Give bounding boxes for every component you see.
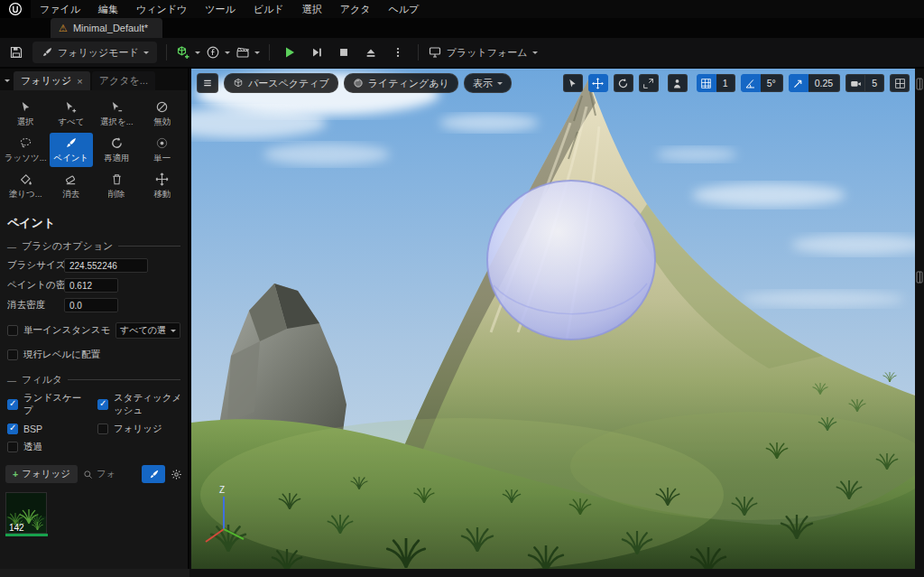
filter-translucent-checkbox[interactable] [7, 442, 18, 452]
menu-window[interactable]: ウィンドウ [127, 0, 196, 18]
play-button[interactable] [279, 42, 300, 63]
tool-label: ラッソツ... [5, 153, 47, 164]
blueprints-button[interactable] [206, 42, 230, 63]
tool-deselect[interactable]: 選択を... [95, 97, 139, 131]
menu-edit[interactable]: 編集 [89, 0, 127, 18]
unreal-logo-button[interactable] [0, 0, 31, 18]
pilot-actor-button[interactable] [668, 74, 688, 92]
tool-select-invalid[interactable]: 無効 [141, 97, 185, 131]
select-tool-button[interactable] [563, 74, 583, 92]
scale-snap-value[interactable]: 0.25 [808, 74, 840, 92]
menu-help[interactable]: ヘルプ [379, 0, 428, 18]
eject-button[interactable] [360, 42, 382, 63]
single-instance-mode-row: 単一インスタンスモード すべての選 [0, 315, 188, 342]
grid-snap-toggle-button[interactable] [697, 74, 716, 92]
camera-speed-button[interactable] [845, 74, 865, 92]
grid-snap-icon [700, 78, 712, 89]
foliage-search-input[interactable]: フォ [83, 468, 136, 480]
camera-speed-value[interactable]: 5 [865, 74, 884, 92]
viewport-scene[interactable]: Z [191, 69, 915, 569]
tool-label: 単一 [153, 153, 171, 164]
view-mode-label: ライティングあり [368, 77, 449, 90]
save-button[interactable] [5, 42, 27, 63]
brush-options-section-header[interactable]: ブラシのオプション [0, 233, 188, 256]
single-instance-icon [155, 136, 169, 150]
eject-icon [365, 46, 377, 59]
tool-erase[interactable]: 消去 [50, 169, 94, 203]
show-dropdown[interactable]: 表示 [464, 73, 512, 93]
collapsed-panel-tab-icon[interactable] [916, 78, 923, 90]
tool-label: 塗りつ... [9, 189, 42, 200]
filter-staticmesh-checkbox[interactable] [97, 399, 108, 410]
tool-lasso[interactable]: ラッソツ... [4, 133, 48, 167]
menu-actor[interactable]: アクタ [331, 0, 380, 18]
show-label: 表示 [473, 77, 493, 90]
tab-foliage[interactable]: フォリッジ [14, 71, 90, 90]
tool-reapply[interactable]: 再適用 [95, 133, 139, 167]
paint-brush-toggle-button[interactable] [142, 465, 165, 483]
tab-place-actors-label: アクタを... [99, 74, 148, 88]
view-mode-dropdown[interactable]: ライティングあり [344, 73, 458, 93]
menu-build[interactable]: ビルド [245, 0, 293, 18]
foliage-actions-row: フォリッジ フォ [0, 456, 188, 489]
level-tab-row: Minimal_Default* [0, 18, 924, 38]
filter-landscape-checkbox[interactable] [7, 399, 18, 410]
tool-select[interactable]: 選択 [4, 97, 48, 131]
frame-skip-button[interactable] [306, 42, 328, 63]
tool-fill[interactable]: 塗りつ... [4, 169, 48, 203]
rotate-tool-button[interactable] [614, 74, 633, 92]
tool-remove[interactable]: 削除 [95, 169, 139, 203]
section-rule [68, 379, 180, 380]
foliage-settings-button[interactable] [171, 469, 182, 480]
rotation-snap-toggle-button[interactable] [741, 74, 761, 92]
brush-size-input[interactable]: 224.552246 [64, 258, 148, 273]
menu-file[interactable]: ファイル [31, 0, 89, 18]
close-icon[interactable] [77, 76, 82, 87]
trash-icon [110, 172, 124, 186]
level-tab[interactable]: Minimal_Default* [51, 18, 162, 38]
play-options-button[interactable] [387, 42, 409, 63]
tab-place-actors[interactable]: アクタを... [92, 71, 155, 90]
tool-label: 選択を... [100, 116, 134, 128]
grid-snap-value[interactable]: 1 [716, 74, 735, 92]
menu-select[interactable]: 選択 [293, 0, 331, 18]
add-actor-button[interactable] [176, 42, 200, 63]
platforms-dropdown[interactable]: プラットフォーム [428, 42, 538, 63]
right-dock-strip [915, 69, 924, 569]
translate-tool-button[interactable] [588, 74, 608, 92]
perspective-dropdown[interactable]: パースペクティブ [224, 73, 338, 93]
filter-foliage-checkbox[interactable] [97, 423, 108, 434]
diagonal-arrow-icon [792, 78, 804, 89]
tool-select-all[interactable]: すべて [50, 97, 94, 131]
single-instance-checkbox[interactable] [7, 325, 18, 336]
platforms-icon [428, 45, 442, 60]
single-instance-dropdown[interactable]: すべての選 [116, 322, 180, 339]
viewport-options-button[interactable] [197, 73, 218, 93]
tool-single[interactable]: 単一 [141, 133, 185, 167]
add-foliage-button[interactable]: フォリッジ [5, 465, 78, 483]
tool-move[interactable]: 移動 [141, 169, 185, 203]
scale-tool-button[interactable] [639, 74, 659, 92]
tool-paint[interactable]: ペイント [50, 133, 94, 167]
collapsed-panel-tab-icon[interactable] [916, 271, 923, 284]
tool-label: 無効 [153, 116, 171, 128]
cinematics-button[interactable] [236, 42, 260, 63]
maximize-viewport-button[interactable] [890, 74, 910, 92]
tool-label: 再適用 [104, 153, 130, 164]
cursor-icon [19, 100, 32, 114]
foliage-type-thumbnail[interactable]: 142 [5, 492, 47, 534]
place-in-current-level-label: 現行レベルに配置 [23, 349, 100, 361]
stop-button[interactable] [333, 42, 355, 63]
level-viewport[interactable]: Z パースペクティブ ライティングあり 表示 [191, 69, 915, 569]
paint-density-input[interactable]: 0.612 [64, 278, 118, 293]
panel-tab-options-icon[interactable] [5, 79, 10, 85]
thumbnail-active-bar [5, 534, 48, 536]
filter-bsp-checkbox[interactable] [7, 423, 18, 434]
place-in-current-level-checkbox[interactable] [7, 349, 18, 360]
erase-density-input[interactable]: 0.0 [64, 298, 118, 312]
editor-mode-dropdown[interactable]: フォリッジモード [32, 42, 157, 63]
menu-tools[interactable]: ツール [196, 0, 245, 18]
rotation-snap-value[interactable]: 5° [761, 74, 783, 92]
scale-snap-toggle-button[interactable] [789, 74, 808, 92]
filter-section-header[interactable]: フィルタ [0, 367, 188, 389]
